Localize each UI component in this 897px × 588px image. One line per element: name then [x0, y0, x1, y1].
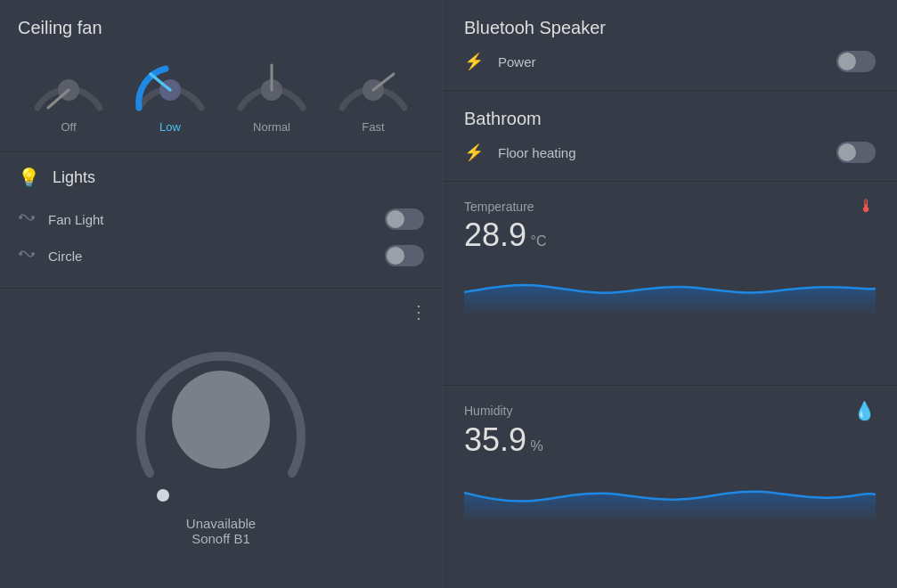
circle-label: Circle	[48, 249, 82, 264]
temperature-chart	[464, 261, 876, 314]
floor-heating-row: ⚡ Floor heating	[464, 142, 876, 163]
humidity-unit: %	[531, 438, 543, 453]
fan-speed-low-label: Low	[159, 120, 181, 134]
lights-card: 💡 Lights Fan Light	[0, 152, 442, 289]
power-row: ⚡ Power	[464, 51, 876, 72]
lights-bulb-icon: 💡	[18, 167, 40, 188]
droplet-icon: 💧	[853, 400, 876, 421]
fan-speed-normal-label: Normal	[253, 120, 290, 134]
sonoff-dial-center	[172, 371, 270, 469]
temperature-title: Temperature	[464, 200, 534, 214]
sonoff-status: Unavailable Sonoff B1	[186, 516, 256, 546]
thermometer-icon: 🌡	[858, 196, 876, 216]
temperature-value: 28.9	[464, 216, 526, 253]
sonoff-dial-dot	[157, 489, 169, 502]
ceiling-fan-card: Ceiling fan Off	[0, 0, 442, 152]
sonoff-menu-icon[interactable]: ⋮	[410, 301, 428, 323]
svg-point-10	[19, 252, 22, 256]
left-column: Ceiling fan Off	[0, 0, 443, 588]
fan-light-toggle[interactable]	[385, 208, 424, 230]
lights-title: Lights	[53, 168, 95, 187]
humidity-value: 35.9	[464, 421, 526, 458]
temperature-unit: °C	[531, 233, 547, 249]
fan-light-label: Fan Light	[48, 212, 104, 227]
bathroom-title: Bathroom	[464, 109, 876, 129]
circle-light-icon	[18, 247, 36, 265]
floor-heating-label: Floor heating	[498, 145, 576, 160]
circle-toggle[interactable]	[385, 245, 424, 266]
humidity-card: Humidity 💧 35.9 %	[443, 386, 897, 589]
floor-heating-toggle[interactable]	[836, 142, 876, 163]
bolt-icon-floor: ⚡	[464, 143, 484, 162]
temperature-card: Temperature 🌡 28.9 °C	[443, 182, 897, 386]
power-label: Power	[498, 54, 536, 69]
sonoff-name: Sonoff B1	[186, 531, 256, 546]
sonoff-card: ⋮ Unavailable Sonoff B1	[0, 289, 442, 588]
fan-light-row: Fan Light	[18, 200, 424, 237]
bathroom-card: Bathroom ⚡ Floor heating	[443, 91, 897, 182]
svg-point-11	[31, 252, 35, 256]
svg-point-8	[19, 216, 22, 219]
fan-speed-fast[interactable]: Fast	[333, 53, 413, 134]
lights-header: 💡 Lights	[18, 167, 424, 188]
circle-row: Circle	[18, 237, 424, 274]
bolt-icon-power: ⚡	[464, 52, 484, 71]
sonoff-status-text: Unavailable	[186, 516, 256, 531]
fan-speed-off-label: Off	[61, 120, 76, 134]
fan-speed-off[interactable]: Off	[29, 53, 109, 134]
fan-controls: Off Low	[18, 53, 424, 137]
bluetooth-speaker-title: Bluetooh Speaker	[464, 18, 876, 38]
bluetooth-speaker-card: Bluetooh Speaker ⚡ Power	[443, 0, 897, 91]
ceiling-fan-title: Ceiling fan	[18, 18, 424, 38]
humidity-value-row: 35.9 %	[464, 421, 876, 459]
fan-speed-low[interactable]: Low	[130, 53, 210, 134]
fan-light-icon	[18, 210, 36, 228]
temperature-value-row: 28.9 °C	[464, 216, 876, 254]
sonoff-content: Unavailable Sonoff B1	[14, 299, 428, 577]
right-column: Bluetooh Speaker ⚡ Power Bathroom ⚡ Floo…	[443, 0, 897, 588]
power-toggle[interactable]	[836, 51, 876, 72]
humidity-title: Humidity	[464, 404, 512, 418]
humidity-chart	[464, 466, 876, 519]
fan-speed-fast-label: Fast	[362, 120, 384, 134]
temperature-header: Temperature 🌡	[464, 196, 876, 216]
humidity-header: Humidity 💧	[464, 400, 876, 421]
svg-point-9	[31, 216, 35, 219]
sonoff-dial[interactable]	[132, 331, 310, 509]
fan-speed-normal[interactable]: Normal	[232, 53, 312, 134]
